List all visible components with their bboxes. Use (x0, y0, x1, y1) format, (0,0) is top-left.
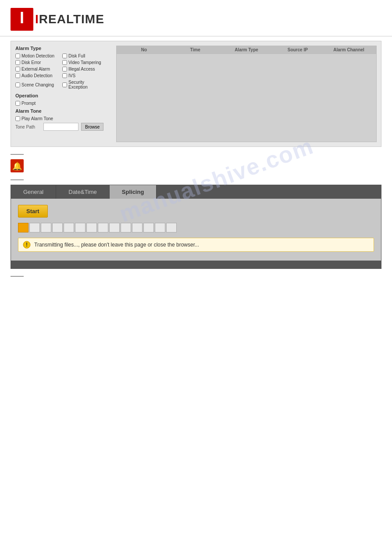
checkbox-video-tampering-input[interactable] (62, 60, 67, 65)
progress-segment-9 (121, 223, 131, 232)
splicing-tabs: General Date&Time Splicing (11, 185, 381, 199)
alarm-tone-title: Alarm Tone (15, 108, 112, 114)
alarm-bell-icon: 🔔 (11, 159, 24, 172)
svg-text:🔔: 🔔 (12, 161, 22, 171)
splicing-footer (11, 261, 381, 268)
progress-segment-10 (132, 223, 143, 232)
alarm-checkbox-row-1: Motion Detection Disk Full (15, 54, 112, 58)
checkbox-security-exception[interactable]: Security Exception (62, 80, 104, 89)
alarm-checkboxes: Motion Detection Disk Full Disk Error Vi… (15, 54, 112, 89)
checkbox-audio-detection[interactable]: Audio Detection (15, 73, 57, 78)
checkbox-scene-changing[interactable]: Scene Changing (15, 80, 57, 89)
checkbox-illegal-access[interactable]: Illegal Access (62, 67, 104, 71)
tone-path-row: Tone Path Browse (15, 123, 112, 131)
splicing-body: Start ! Transmitting files..., please do… (11, 199, 381, 261)
checkbox-play-alarm-tone[interactable]: Play Alarm Tone (15, 116, 57, 121)
checkbox-security-exception-label: Security Exception (68, 80, 104, 89)
alarm-left-panel: Alarm Type Motion Detection Disk Full Di… (15, 46, 112, 142)
checkbox-disk-error[interactable]: Disk Error (15, 60, 57, 65)
checkbox-illegal-access-input[interactable] (62, 67, 67, 71)
checkbox-motion-detection-label: Motion Detection (21, 54, 54, 58)
checkbox-prompt[interactable]: Prompt (15, 101, 57, 106)
alarm-checkbox-row-2: Disk Error Video Tampering (15, 60, 112, 65)
operation-section: Operation Prompt (15, 93, 112, 106)
header: I IREALTIME (0, 0, 392, 36)
checkbox-motion-detection[interactable]: Motion Detection (15, 54, 57, 58)
svg-text:I: I (20, 9, 24, 27)
alarm-section: Alarm Type Motion Detection Disk Full Di… (11, 41, 381, 147)
checkbox-disk-full-label: Disk Full (68, 54, 85, 58)
checkbox-ivs[interactable]: IVS (62, 73, 104, 78)
progress-segment-11 (143, 223, 154, 232)
checkbox-disk-full[interactable]: Disk Full (62, 54, 104, 58)
tone-path-input[interactable] (43, 123, 78, 131)
checkbox-prompt-input[interactable] (15, 101, 20, 106)
alarm-checkbox-row-4: Audio Detection IVS (15, 73, 112, 78)
checkbox-prompt-label: Prompt (21, 101, 36, 106)
alarm-checkbox-row-3: External Alarm Illegal Access (15, 67, 112, 71)
progress-segment-1 (29, 223, 40, 232)
checkbox-external-alarm[interactable]: External Alarm (15, 67, 57, 71)
checkbox-external-alarm-label: External Alarm (21, 67, 50, 71)
checkbox-motion-detection-input[interactable] (15, 54, 20, 58)
logo-text: IREALTIME (35, 12, 104, 26)
svg-text:!: ! (26, 242, 28, 248)
progress-segment-7 (98, 223, 108, 232)
progress-segment-5 (75, 223, 86, 232)
checkbox-security-exception-input[interactable] (62, 82, 67, 87)
col-alarm-type: Alarm Type (221, 47, 272, 52)
checkbox-ivs-input[interactable] (62, 73, 67, 78)
checkbox-video-tampering-label: Video Tampering (68, 60, 101, 65)
checkbox-scene-changing-input[interactable] (15, 82, 20, 87)
status-message-text: Transmitting files..., please don't leav… (34, 242, 199, 248)
col-alarm-channel: Alarm Channel (323, 47, 374, 52)
progress-bar (18, 223, 374, 232)
progress-segment-3 (52, 223, 63, 232)
checkbox-external-alarm-input[interactable] (15, 67, 20, 71)
operation-title: Operation (15, 93, 112, 98)
progress-segment-6 (86, 223, 97, 232)
col-no: No (118, 47, 170, 52)
alarm-right-panel: No Time Alarm Type Source IP Alarm Chann… (116, 46, 377, 142)
warning-icon: ! (23, 241, 31, 249)
status-message: ! Transmitting files..., please don't le… (18, 238, 374, 252)
col-source-ip: Source IP (272, 47, 323, 52)
checkbox-audio-detection-input[interactable] (15, 73, 20, 78)
checkbox-play-alarm-tone-label: Play Alarm Tone (21, 116, 53, 121)
checkbox-disk-error-label: Disk Error (21, 60, 41, 65)
progress-segment-12 (155, 223, 165, 232)
icon-area: 🔔 (11, 159, 381, 172)
alarm-table-body (117, 54, 376, 142)
start-button[interactable]: Start (18, 205, 48, 218)
checkbox-audio-detection-label: Audio Detection (21, 73, 53, 78)
checkbox-illegal-access-label: Illegal Access (68, 67, 95, 71)
tone-path-label: Tone Path (15, 125, 41, 129)
short-line-3 (11, 276, 24, 277)
browse-button[interactable]: Browse (81, 123, 103, 131)
progress-segment-4 (64, 223, 74, 232)
col-time: Time (170, 47, 221, 52)
short-line-1 (11, 154, 24, 155)
progress-segment-0 (18, 223, 29, 232)
tab-general[interactable]: General (11, 185, 56, 199)
progress-segment-8 (109, 223, 120, 232)
alarm-tone-section: Alarm Tone Play Alarm Tone Tone Path Bro… (15, 108, 112, 131)
checkbox-disk-full-input[interactable] (62, 54, 67, 58)
alarm-type-title: Alarm Type (15, 46, 112, 51)
alarm-checkbox-row-5: Scene Changing Security Exception (15, 80, 112, 89)
alarm-table-header: No Time Alarm Type Source IP Alarm Chann… (117, 46, 376, 54)
checkbox-scene-changing-label: Scene Changing (21, 82, 54, 87)
logo: I IREALTIME (11, 8, 381, 31)
checkbox-disk-error-input[interactable] (15, 60, 20, 65)
checkbox-play-alarm-tone-input[interactable] (15, 116, 20, 121)
header-divider (0, 36, 392, 36)
progress-segment-2 (41, 223, 51, 232)
logo-icon: I (11, 8, 33, 31)
checkbox-ivs-label: IVS (68, 73, 75, 78)
short-line-2 (11, 179, 24, 180)
tab-datetime[interactable]: Date&Time (56, 185, 110, 199)
checkbox-video-tampering[interactable]: Video Tampering (62, 60, 104, 65)
splicing-section: General Date&Time Splicing Start ! Trans… (11, 185, 381, 269)
tab-splicing[interactable]: Splicing (110, 185, 157, 199)
progress-segment-13 (166, 223, 177, 232)
